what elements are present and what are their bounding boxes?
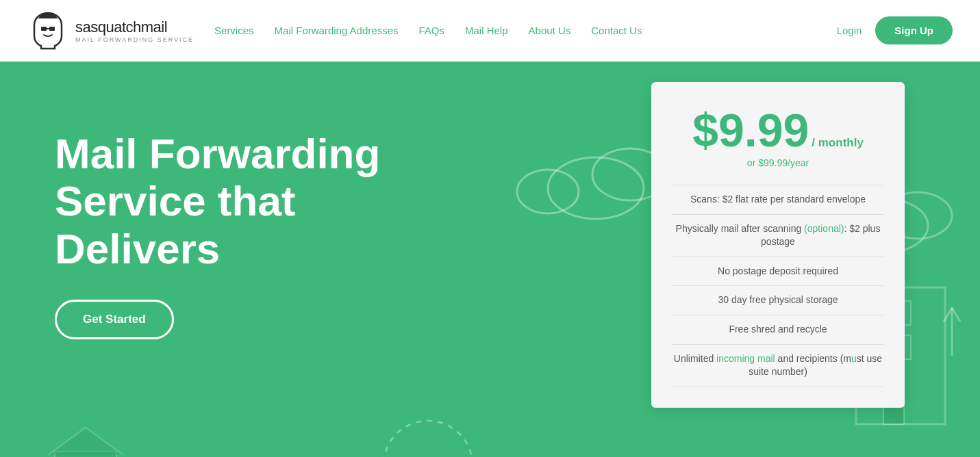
- nav-services[interactable]: Services: [214, 25, 254, 36]
- feature-scans: Scans: $2 flat rate per standard envelop…: [672, 185, 884, 215]
- brand-tagline: MAIL FORWARDING SERVICE: [75, 36, 194, 43]
- svg-point-5: [517, 170, 579, 213]
- nav-faqs[interactable]: FAQs: [418, 25, 444, 36]
- hero-content: Mail Forwarding Service that Delivers Ge…: [55, 103, 397, 339]
- feature-shred: Free shred and recycle: [672, 315, 884, 345]
- pricing-card: $9.99 / monthly or $99.99/year Scans: $2…: [651, 82, 905, 408]
- nav-links: Services Mail Forwarding Addresses FAQs …: [214, 25, 837, 36]
- logo-text: sasquatchmail MAIL FORWARDING SERVICE: [75, 18, 194, 43]
- nav-contact-us[interactable]: Contact Us: [591, 25, 642, 36]
- svg-point-3: [548, 157, 644, 219]
- nav-mail-forwarding-addresses[interactable]: Mail Forwarding Addresses: [275, 25, 399, 36]
- feature-no-deposit: No postage deposit required: [672, 257, 884, 287]
- feature-physical-mail: Physically mail after scanning (optional…: [672, 215, 884, 257]
- pricing-features-list: Scans: $2 flat rate per standard envelop…: [672, 185, 884, 387]
- nav-right: Login Sign Up: [837, 16, 953, 44]
- hero-title: Mail Forwarding Service that Delivers: [55, 130, 397, 272]
- signup-button[interactable]: Sign Up: [875, 16, 953, 44]
- nav-mail-help[interactable]: Mail Help: [465, 25, 508, 36]
- price-period: / monthly: [812, 136, 864, 150]
- brand-name: sasquatchmail: [75, 18, 167, 36]
- login-link[interactable]: Login: [837, 25, 862, 36]
- hero-section: Mail Forwarding Service that Delivers Ge…: [0, 62, 980, 457]
- navbar: sasquatchmail MAIL FORWARDING SERVICE Se…: [0, 0, 980, 62]
- nav-about-us[interactable]: About Us: [529, 25, 571, 36]
- feature-storage: 30 day free physical storage: [672, 286, 884, 315]
- feature-unlimited: Unlimited incoming mail and recipients (…: [672, 345, 884, 387]
- svg-rect-19: [55, 452, 116, 457]
- price-amount: $9.99: [692, 107, 809, 153]
- price-display: $9.99 / monthly: [672, 107, 884, 153]
- svg-rect-0: [41, 27, 47, 31]
- svg-point-18: [384, 421, 473, 457]
- get-started-button[interactable]: Get Started: [55, 300, 174, 339]
- logo-icon: [27, 10, 68, 51]
- price-annual: or $99.99/year: [672, 157, 884, 168]
- logo-link[interactable]: sasquatchmail MAIL FORWARDING SERVICE: [27, 10, 194, 51]
- svg-rect-1: [49, 27, 55, 31]
